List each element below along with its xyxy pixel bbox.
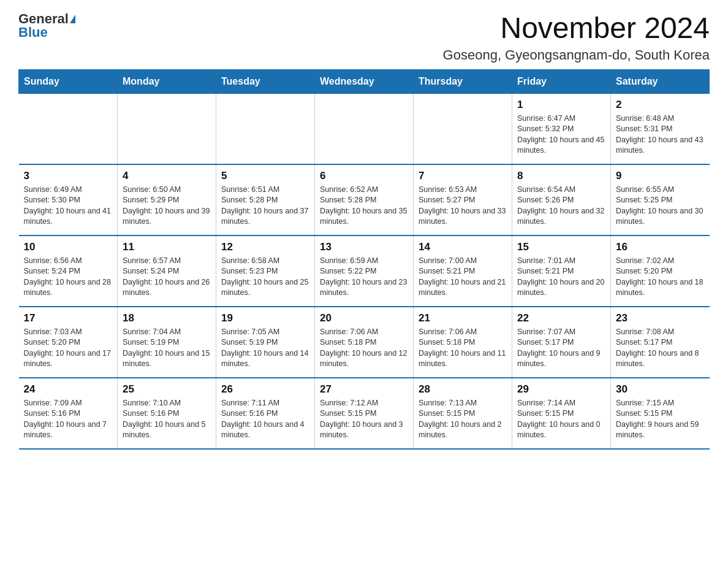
calendar-cell: 25Sunrise: 7:10 AMSunset: 5:16 PMDayligh… [118,378,216,449]
day-info: Sunrise: 7:06 AMSunset: 5:18 PMDaylight:… [320,327,408,370]
day-info: Sunrise: 7:05 AMSunset: 5:19 PMDaylight:… [221,327,309,370]
day-number: 5 [221,170,309,182]
day-info: Sunrise: 7:10 AMSunset: 5:16 PMDaylight:… [123,398,211,441]
calendar-cell: 12Sunrise: 6:58 AMSunset: 5:23 PMDayligh… [216,236,315,307]
day-number: 24 [24,383,113,396]
day-info: Sunrise: 7:09 AMSunset: 5:16 PMDaylight:… [24,398,113,441]
calendar-cell: 13Sunrise: 6:59 AMSunset: 5:22 PMDayligh… [315,236,414,307]
day-header-monday: Monday [118,69,216,93]
calendar-cell: 6Sunrise: 6:52 AMSunset: 5:28 PMDaylight… [315,164,414,236]
day-info: Sunrise: 6:57 AMSunset: 5:24 PMDaylight:… [123,256,211,299]
day-number: 25 [123,383,211,396]
day-number: 21 [419,312,507,324]
day-info: Sunrise: 7:14 AMSunset: 5:15 PMDaylight:… [517,398,605,441]
day-header-saturday: Saturday [611,69,710,93]
calendar-cell: 14Sunrise: 7:00 AMSunset: 5:21 PMDayligh… [414,236,512,307]
day-header-thursday: Thursday [414,69,512,93]
day-info: Sunrise: 7:13 AMSunset: 5:15 PMDaylight:… [419,398,507,441]
day-number: 26 [221,383,309,396]
day-info: Sunrise: 7:07 AMSunset: 5:17 PMDaylight:… [517,327,605,370]
day-number: 7 [419,170,507,182]
day-number: 13 [320,241,408,253]
day-info: Sunrise: 6:48 AMSunset: 5:31 PMDaylight:… [616,113,705,156]
calendar-cell: 28Sunrise: 7:13 AMSunset: 5:15 PMDayligh… [414,378,512,449]
day-info: Sunrise: 6:52 AMSunset: 5:28 PMDaylight:… [320,185,408,228]
day-info: Sunrise: 7:00 AMSunset: 5:21 PMDaylight:… [419,256,507,299]
day-number: 27 [320,383,408,396]
calendar-week-row: 3Sunrise: 6:49 AMSunset: 5:30 PMDaylight… [19,164,710,236]
logo-triangle-icon [70,15,75,23]
calendar-cell [216,93,315,164]
calendar-cell [19,93,118,164]
calendar-cell: 16Sunrise: 7:02 AMSunset: 5:20 PMDayligh… [611,236,710,307]
day-header-tuesday: Tuesday [216,69,315,93]
day-number: 23 [616,312,705,324]
day-info: Sunrise: 6:51 AMSunset: 5:28 PMDaylight:… [221,185,309,228]
calendar-cell: 27Sunrise: 7:12 AMSunset: 5:15 PMDayligh… [315,378,414,449]
page-header: General Blue November 2024 Goseong, Gyeo… [18,12,710,63]
day-number: 15 [517,241,605,253]
day-number: 17 [24,312,113,324]
day-number: 29 [517,383,605,396]
day-info: Sunrise: 7:08 AMSunset: 5:17 PMDaylight:… [616,327,705,370]
day-number: 12 [221,241,309,253]
day-number: 22 [517,312,605,324]
day-info: Sunrise: 7:01 AMSunset: 5:21 PMDaylight:… [517,256,605,299]
calendar-week-row: 1Sunrise: 6:47 AMSunset: 5:32 PMDaylight… [19,93,710,164]
calendar-cell: 17Sunrise: 7:03 AMSunset: 5:20 PMDayligh… [19,307,118,378]
calendar-cell: 24Sunrise: 7:09 AMSunset: 5:16 PMDayligh… [19,378,118,449]
calendar-cell: 3Sunrise: 6:49 AMSunset: 5:30 PMDaylight… [19,164,118,236]
day-number: 16 [616,241,705,253]
main-title: November 2024 [443,12,710,45]
day-number: 14 [419,241,507,253]
calendar-cell: 9Sunrise: 6:55 AMSunset: 5:25 PMDaylight… [611,164,710,236]
calendar-cell: 20Sunrise: 7:06 AMSunset: 5:18 PMDayligh… [315,307,414,378]
day-info: Sunrise: 7:02 AMSunset: 5:20 PMDaylight:… [616,256,705,299]
day-number: 10 [24,241,113,253]
calendar-cell: 8Sunrise: 6:54 AMSunset: 5:26 PMDaylight… [512,164,611,236]
calendar-cell: 4Sunrise: 6:50 AMSunset: 5:29 PMDaylight… [118,164,216,236]
calendar-cell: 23Sunrise: 7:08 AMSunset: 5:17 PMDayligh… [611,307,710,378]
calendar-header-row: SundayMondayTuesdayWednesdayThursdayFrid… [19,69,710,93]
logo-general-text: General [18,12,69,26]
day-info: Sunrise: 6:59 AMSunset: 5:22 PMDaylight:… [320,256,408,299]
day-info: Sunrise: 7:06 AMSunset: 5:18 PMDaylight:… [419,327,507,370]
day-number: 2 [616,99,705,111]
day-info: Sunrise: 7:15 AMSunset: 5:15 PMDaylight:… [616,398,705,441]
day-number: 28 [419,383,507,396]
day-info: Sunrise: 6:58 AMSunset: 5:23 PMDaylight:… [221,256,309,299]
calendar-cell: 10Sunrise: 6:56 AMSunset: 5:24 PMDayligh… [19,236,118,307]
calendar-cell: 22Sunrise: 7:07 AMSunset: 5:17 PMDayligh… [512,307,611,378]
day-info: Sunrise: 6:55 AMSunset: 5:25 PMDaylight:… [616,185,705,228]
day-info: Sunrise: 6:47 AMSunset: 5:32 PMDaylight:… [517,113,605,156]
day-info: Sunrise: 7:04 AMSunset: 5:19 PMDaylight:… [123,327,211,370]
day-number: 19 [221,312,309,324]
calendar-cell [118,93,216,164]
day-info: Sunrise: 7:11 AMSunset: 5:16 PMDaylight:… [221,398,309,441]
calendar-cell [315,93,414,164]
calendar-table: SundayMondayTuesdayWednesdayThursdayFrid… [18,69,710,450]
calendar-cell: 21Sunrise: 7:06 AMSunset: 5:18 PMDayligh… [414,307,512,378]
calendar-week-row: 17Sunrise: 7:03 AMSunset: 5:20 PMDayligh… [19,307,710,378]
logo-blue-text: Blue [18,26,48,39]
calendar-cell: 15Sunrise: 7:01 AMSunset: 5:21 PMDayligh… [512,236,611,307]
logo: General Blue [18,12,75,39]
subtitle: Goseong, Gyeongsangnam-do, South Korea [443,47,710,63]
calendar-cell: 19Sunrise: 7:05 AMSunset: 5:19 PMDayligh… [216,307,315,378]
day-number: 20 [320,312,408,324]
day-info: Sunrise: 6:50 AMSunset: 5:29 PMDaylight:… [123,185,211,228]
day-number: 4 [123,170,211,182]
day-info: Sunrise: 6:56 AMSunset: 5:24 PMDaylight:… [24,256,113,299]
calendar-cell [414,93,512,164]
day-header-friday: Friday [512,69,611,93]
calendar-cell: 7Sunrise: 6:53 AMSunset: 5:27 PMDaylight… [414,164,512,236]
calendar-cell: 18Sunrise: 7:04 AMSunset: 5:19 PMDayligh… [118,307,216,378]
calendar-week-row: 10Sunrise: 6:56 AMSunset: 5:24 PMDayligh… [19,236,710,307]
calendar-cell: 29Sunrise: 7:14 AMSunset: 5:15 PMDayligh… [512,378,611,449]
title-block: November 2024 Goseong, Gyeongsangnam-do,… [443,12,710,63]
calendar-cell: 1Sunrise: 6:47 AMSunset: 5:32 PMDaylight… [512,93,611,164]
day-header-sunday: Sunday [19,69,118,93]
day-info: Sunrise: 7:03 AMSunset: 5:20 PMDaylight:… [24,327,113,370]
day-number: 18 [123,312,211,324]
calendar-cell: 2Sunrise: 6:48 AMSunset: 5:31 PMDaylight… [611,93,710,164]
